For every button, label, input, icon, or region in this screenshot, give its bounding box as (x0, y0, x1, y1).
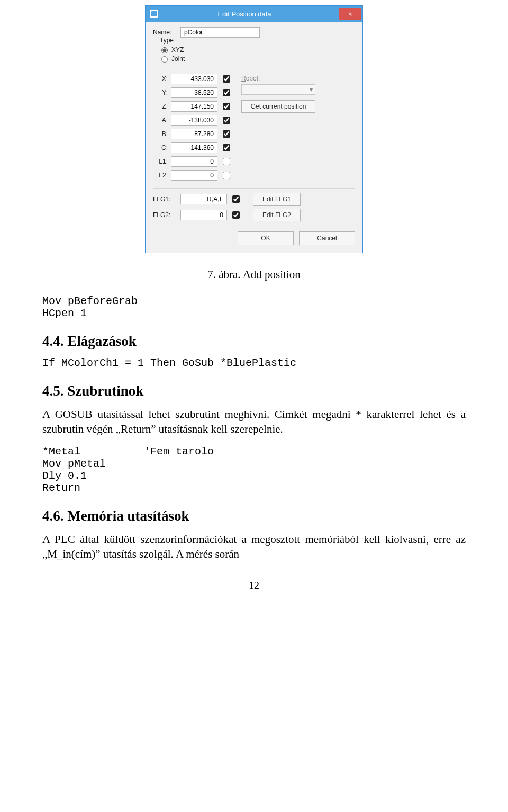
coord-checkbox[interactable] (223, 130, 230, 138)
coord-checkbox[interactable] (223, 89, 230, 96)
chevron-down-icon: ▾ (310, 86, 313, 93)
name-field[interactable] (180, 27, 260, 38)
coord-label: B: (153, 130, 168, 138)
get-current-position-label: Get current position (251, 103, 306, 110)
coord-label: Z: (153, 103, 168, 110)
coord-row: L2: (153, 170, 232, 181)
window-icon (150, 10, 158, 18)
coord-label: L2: (153, 172, 168, 179)
section-4-4-heading: 4.4. Elágazások (42, 333, 466, 350)
coord-row: L1: (153, 156, 232, 167)
coord-label: X: (153, 75, 168, 83)
edit-flg1-label: Edit FLG1 (262, 195, 291, 203)
coord-row: Z: (153, 101, 232, 112)
flg1-field[interactable] (180, 194, 227, 204)
radio-joint-input[interactable] (161, 56, 168, 63)
figure-caption: 7. ábra. Add position (42, 268, 466, 281)
coord-input[interactable] (171, 129, 217, 139)
code-block-1: Mov pBeforeGrab HCpen 1 (42, 295, 466, 319)
radio-joint-label: Joint (171, 55, 185, 63)
edit-flg2-button[interactable]: Edit FLG2 (253, 209, 301, 221)
ok-label: OK (261, 235, 270, 242)
coord-checkbox[interactable] (223, 158, 230, 165)
coord-checkbox[interactable] (223, 75, 230, 83)
coord-label: L1: (153, 158, 168, 165)
coord-input[interactable] (171, 156, 217, 167)
code-block-3: *Metal 'Fem tarolo Mov pMetal Dly 0.1 Re… (42, 445, 466, 494)
coord-list: X:Y:Z:A:B:C:L1:L2: (153, 74, 232, 184)
coord-input[interactable] (171, 74, 217, 84)
get-current-position-button[interactable]: Get current position (241, 100, 315, 113)
robot-select[interactable]: ▾ (241, 84, 315, 95)
coord-checkbox[interactable] (223, 103, 230, 110)
coord-label: A: (153, 117, 168, 124)
edit-position-dialog: Edit Position data × Name: Type XYZ (145, 5, 363, 253)
radio-xyz[interactable]: XYZ (159, 46, 205, 53)
window-title: Edit Position data (150, 10, 339, 18)
flg2-label: FLG2: (153, 211, 177, 219)
type-group: Type XYZ Joint (153, 41, 211, 68)
radio-xyz-label: XYZ (171, 46, 184, 53)
page-number: 12 (42, 579, 466, 592)
dialog-screenshot: Edit Position data × Name: Type XYZ (42, 5, 466, 253)
coord-row: B: (153, 129, 232, 139)
flg2-field[interactable] (180, 210, 227, 220)
robot-label: Robot: (241, 75, 260, 82)
coord-input[interactable] (171, 170, 217, 181)
code-block-2: If MColorCh1 = 1 Then GoSub *BluePlastic (42, 357, 466, 369)
coord-checkbox[interactable] (223, 117, 230, 124)
coord-row: Y: (153, 87, 232, 98)
radio-joint[interactable]: Joint (159, 55, 205, 63)
cancel-label: Cancel (317, 235, 337, 242)
coord-checkbox[interactable] (223, 172, 230, 179)
paragraph-4-5: A GOSUB utasítással lehet szubrutint meg… (42, 407, 466, 437)
coord-row: X: (153, 74, 232, 84)
coord-input[interactable] (171, 101, 217, 112)
flg1-label: FLG1: (153, 195, 177, 203)
cancel-button[interactable]: Cancel (299, 231, 355, 245)
section-4-6-heading: 4.6. Memória utasítások (42, 508, 466, 524)
coord-row: C: (153, 142, 232, 153)
coord-label: C: (153, 144, 168, 151)
coord-checkbox[interactable] (223, 144, 230, 151)
coord-input[interactable] (171, 115, 217, 126)
flg1-checkbox[interactable] (232, 195, 240, 203)
ok-button[interactable]: OK (238, 231, 294, 245)
flg2-checkbox[interactable] (232, 211, 240, 219)
separator (153, 188, 355, 189)
coord-label: Y: (153, 89, 168, 96)
coord-input[interactable] (171, 87, 217, 98)
edit-flg2-label: Edit FLG2 (262, 211, 291, 219)
close-button[interactable]: × (339, 8, 361, 20)
close-icon: × (348, 10, 352, 18)
titlebar[interactable]: Edit Position data × (146, 6, 362, 22)
name-label: Name: (153, 29, 177, 36)
paragraph-4-6: A PLC által küldött szenzorinformációkat… (42, 532, 466, 562)
section-4-5-heading: 4.5. Szubrutinok (42, 383, 466, 399)
edit-flg1-button[interactable]: Edit FLG1 (253, 193, 301, 206)
coord-input[interactable] (171, 142, 217, 153)
radio-xyz-input[interactable] (161, 47, 168, 53)
type-group-label: Type (158, 37, 176, 44)
coord-row: A: (153, 115, 232, 126)
separator2 (153, 226, 355, 226)
